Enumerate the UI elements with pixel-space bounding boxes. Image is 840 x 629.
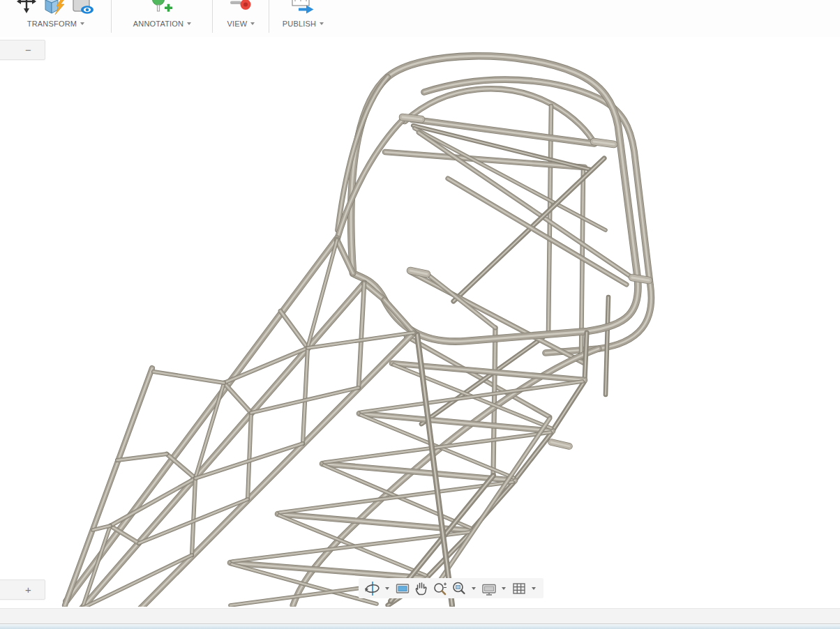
toolbar: TRANSFORM ANNOTATION xyxy=(0,0,840,37)
section-view-icon[interactable] xyxy=(230,0,253,15)
viewport-canvas[interactable]: − + xyxy=(0,37,840,608)
publish-arrow-icon[interactable] xyxy=(292,0,315,15)
status-strip xyxy=(0,608,840,623)
window-zoom-tool[interactable] xyxy=(449,579,468,597)
annotation-menu-label: ANNOTATION xyxy=(133,20,183,28)
grid-and-snaps-tool[interactable] xyxy=(509,579,528,597)
chevron-down-icon xyxy=(250,22,255,25)
grid-icon xyxy=(511,580,527,597)
toolbar-group-publish: PUBLISH xyxy=(269,0,337,37)
zoom-magnifier-icon xyxy=(432,580,449,597)
chevron-down-icon xyxy=(187,22,191,25)
fusion-window: TRANSFORM ANNOTATION xyxy=(0,0,840,629)
chevron-down-icon xyxy=(320,22,324,25)
navigation-bar xyxy=(359,578,543,598)
toolbar-group-transform: TRANSFORM xyxy=(0,0,112,37)
orbit-tool[interactable] xyxy=(363,579,382,597)
look-at-icon xyxy=(394,580,411,597)
move-icon[interactable] xyxy=(15,0,38,15)
timeline-panel-edge xyxy=(0,623,840,629)
appearance-icon[interactable] xyxy=(70,0,97,15)
view-menu-label: VIEW xyxy=(227,20,248,28)
display-settings-tool[interactable] xyxy=(479,579,498,597)
annotation-pin-icon[interactable] xyxy=(150,0,175,15)
window-zoom-dropdown-caret[interactable] xyxy=(472,587,476,590)
orbit-icon xyxy=(364,580,381,597)
pan-tool[interactable] xyxy=(412,579,430,597)
panel-collapse-button[interactable]: − xyxy=(0,40,45,60)
panel-expand-button[interactable]: + xyxy=(0,579,45,600)
transform-menu-button[interactable]: TRANSFORM xyxy=(27,20,84,28)
publish-menu-button[interactable]: PUBLISH xyxy=(283,20,324,28)
physical-material-icon[interactable] xyxy=(43,0,66,15)
chevron-down-icon xyxy=(80,22,84,25)
zoom-tool[interactable] xyxy=(430,579,449,597)
annotation-menu-button[interactable]: ANNOTATION xyxy=(133,20,191,28)
fit-magnifier-icon xyxy=(451,580,467,597)
chassis-3d-model xyxy=(0,36,840,607)
transform-menu-label: TRANSFORM xyxy=(27,20,77,28)
pan-hand-icon xyxy=(413,580,430,597)
toolbar-group-annotation: ANNOTATION xyxy=(112,0,213,37)
orbit-dropdown-caret[interactable] xyxy=(385,587,389,590)
view-menu-button[interactable]: VIEW xyxy=(227,20,255,28)
look-at-tool[interactable] xyxy=(393,579,412,597)
display-monitor-icon xyxy=(481,580,497,597)
publish-menu-label: PUBLISH xyxy=(283,20,316,28)
grid-dropdown-caret[interactable] xyxy=(532,587,536,590)
display-settings-dropdown-caret[interactable] xyxy=(502,587,506,590)
toolbar-group-view: VIEW xyxy=(213,0,269,37)
